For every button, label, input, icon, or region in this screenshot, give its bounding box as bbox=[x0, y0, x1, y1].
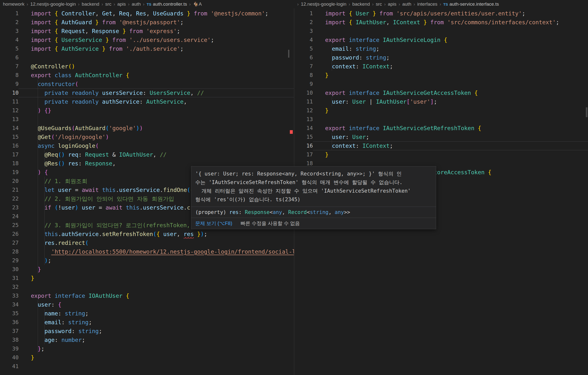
line-number[interactable]: 3 bbox=[0, 27, 19, 36]
code-text[interactable]: export interface IAuthServiceSetRefreshT… bbox=[313, 124, 588, 133]
code-text[interactable] bbox=[19, 362, 294, 371]
line-number[interactable]: 25 bbox=[0, 221, 19, 230]
code-text[interactable]: } bbox=[19, 265, 294, 274]
code-line[interactable]: 8} bbox=[294, 71, 588, 80]
breadcrumb-item[interactable]: auth.controller.ts bbox=[153, 1, 187, 7]
breadcrumb-item[interactable]: apis bbox=[117, 1, 126, 7]
code-text[interactable]: context: IContext; bbox=[313, 141, 588, 150]
line-number[interactable]: 26 bbox=[0, 230, 19, 238]
line-number[interactable]: 15 bbox=[0, 133, 19, 141]
line-number[interactable]: 23 bbox=[0, 203, 19, 212]
breadcrumb-left[interactable]: homework›12.nestjs-google-login›backend›… bbox=[3, 0, 294, 8]
line-number[interactable]: 7 bbox=[294, 62, 313, 71]
code-line[interactable]: 31} bbox=[0, 274, 294, 283]
line-number[interactable]: 37 bbox=[0, 327, 19, 336]
line-number[interactable]: 30 bbox=[0, 265, 19, 274]
code-line[interactable]: 40} bbox=[0, 353, 294, 362]
code-line[interactable]: 4export interface IAuthServiceLogin { bbox=[294, 36, 588, 44]
code-line[interactable]: 9 constructor( bbox=[0, 80, 294, 88]
code-text[interactable]: }; bbox=[19, 344, 294, 353]
code-text[interactable]: private readonly usersService: UsersServ… bbox=[19, 88, 294, 97]
line-number[interactable]: 16 bbox=[294, 141, 313, 150]
code-text[interactable]: export interface IOAuthUser { bbox=[19, 291, 294, 300]
code-text[interactable]: age: number; bbox=[19, 336, 294, 344]
code-line[interactable]: 29 ); bbox=[0, 256, 294, 265]
code-line[interactable]: 34 user: { bbox=[0, 300, 294, 309]
code-line[interactable]: 32 bbox=[0, 283, 294, 291]
code-line[interactable]: 30 } bbox=[0, 265, 294, 274]
line-number[interactable]: 6 bbox=[0, 53, 19, 62]
code-text[interactable]: import { User } from 'src/apis/users/ent… bbox=[313, 9, 588, 18]
code-text[interactable]: import { UsersService } from '../users/u… bbox=[19, 36, 294, 44]
right-scrollbar-thumb[interactable] bbox=[586, 107, 588, 117]
code-line[interactable]: 16 async loginGoogle( bbox=[0, 141, 294, 150]
code-line[interactable]: 12} bbox=[294, 106, 588, 115]
code-text[interactable]: password: string; bbox=[19, 327, 294, 336]
scrollbar-thumb[interactable] bbox=[288, 50, 289, 58]
code-text[interactable]: context: IContext; bbox=[313, 62, 588, 71]
code-line[interactable]: 38 age: number; bbox=[0, 336, 294, 344]
code-text[interactable]: } bbox=[313, 106, 588, 115]
code-line[interactable]: 41 bbox=[0, 362, 294, 371]
breadcrumb-item[interactable]: src bbox=[105, 1, 111, 7]
breadcrumb-item[interactable]: backend bbox=[352, 1, 370, 7]
code-line[interactable]: 15 @Get('/login/google') bbox=[0, 133, 294, 141]
line-number[interactable]: 6 bbox=[294, 53, 313, 62]
line-number[interactable]: 38 bbox=[0, 336, 19, 344]
code-text[interactable]: } bbox=[19, 274, 294, 283]
line-number[interactable]: 39 bbox=[0, 344, 19, 353]
code-text[interactable]: user: User | IAuthUser['user']; bbox=[313, 97, 588, 106]
code-text[interactable]: import { IAuthUser, IContext } from 'src… bbox=[313, 18, 588, 27]
code-text[interactable]: import { AuthGuard } from '@nestjs/passp… bbox=[19, 18, 294, 27]
code-text[interactable]: user: { bbox=[19, 300, 294, 309]
code-line[interactable]: 26 this.authService.setRefreshToken({ us… bbox=[0, 230, 294, 238]
code-line[interactable]: 4import { UsersService } from '../users/… bbox=[0, 36, 294, 44]
line-number[interactable]: 19 bbox=[0, 168, 19, 177]
code-text[interactable]: } bbox=[313, 71, 588, 80]
line-number[interactable]: 40 bbox=[0, 353, 19, 362]
line-number[interactable]: 2 bbox=[0, 18, 19, 27]
code-line[interactable]: 3import { Request, Response } from 'expr… bbox=[0, 27, 294, 36]
line-number[interactable]: 35 bbox=[0, 309, 19, 318]
line-number[interactable]: 16 bbox=[0, 141, 19, 150]
line-number[interactable]: 27 bbox=[0, 238, 19, 247]
line-number[interactable]: 18 bbox=[0, 159, 19, 168]
line-number[interactable]: 32 bbox=[0, 283, 19, 291]
code-text[interactable]: email: string; bbox=[19, 318, 294, 327]
breadcrumb-item[interactable]: src bbox=[376, 1, 382, 7]
line-number[interactable]: 10 bbox=[294, 88, 313, 97]
code-line[interactable]: 13 bbox=[294, 115, 588, 124]
code-line[interactable]: 5 email: string; bbox=[294, 44, 588, 53]
code-text[interactable]: ); bbox=[19, 256, 294, 265]
code-line[interactable]: 28 'http://localhost:5500/homework/12.ne… bbox=[0, 247, 294, 256]
line-number[interactable]: 3 bbox=[294, 27, 313, 36]
code-line[interactable]: 37 password: string; bbox=[0, 327, 294, 336]
code-line[interactable]: 11 user: User | IAuthUser['user']; bbox=[294, 97, 588, 106]
breadcrumb-item[interactable]: interfaces bbox=[417, 1, 437, 7]
line-number[interactable]: 33 bbox=[0, 291, 19, 300]
code-text[interactable] bbox=[19, 283, 294, 291]
code-text[interactable]: private readonly authService: AuthServic… bbox=[19, 97, 294, 106]
breadcrumb-item[interactable]: A bbox=[199, 1, 202, 7]
code-text[interactable]: export interface IAuthServiceGetAccessTo… bbox=[313, 88, 588, 97]
code-text[interactable] bbox=[313, 115, 588, 124]
line-number[interactable]: 14 bbox=[0, 124, 19, 133]
line-number[interactable]: 13 bbox=[0, 115, 19, 124]
breadcrumb-item[interactable]: auth bbox=[132, 1, 141, 7]
code-line[interactable]: 13 bbox=[0, 115, 294, 124]
breadcrumb-right[interactable]: ›12.nestjs-google-login›backend›src›apis… bbox=[295, 0, 588, 8]
line-number[interactable]: 4 bbox=[0, 36, 19, 44]
breadcrumb-item[interactable]: auth-service.interface.ts bbox=[449, 1, 499, 7]
code-line[interactable]: 14 @UseGuards(AuthGuard('google')) bbox=[0, 124, 294, 133]
line-number[interactable]: 24 bbox=[0, 212, 19, 221]
code-text[interactable] bbox=[313, 27, 588, 36]
code-text[interactable]: constructor( bbox=[19, 80, 294, 88]
line-number[interactable]: 5 bbox=[0, 44, 19, 53]
code-line[interactable]: 27 res.redirect( bbox=[0, 238, 294, 247]
breadcrumb-item[interactable]: homework bbox=[3, 1, 24, 7]
code-text[interactable]: import { Controller, Get, Req, Res, UseG… bbox=[19, 9, 294, 18]
line-number[interactable]: 17 bbox=[0, 150, 19, 159]
code-line[interactable]: 3 bbox=[294, 27, 588, 36]
line-number[interactable]: 9 bbox=[294, 80, 313, 88]
code-line[interactable]: 10export interface IAuthServiceGetAccess… bbox=[294, 88, 588, 97]
